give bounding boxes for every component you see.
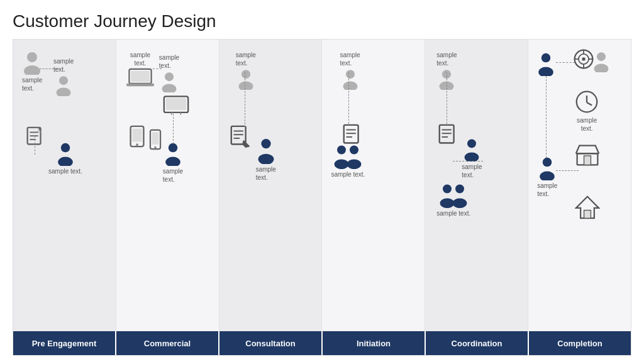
svg-point-3 <box>57 88 71 97</box>
phase-initiation: sampletext. sample text. <box>322 40 425 331</box>
svg-point-61 <box>453 198 467 208</box>
doc-icon-1 <box>25 126 46 153</box>
persons-group-1: sample text. <box>331 144 365 178</box>
dashed-v4 <box>348 72 349 124</box>
target-icon <box>573 48 594 72</box>
store-icon <box>575 144 600 169</box>
svg-point-28 <box>169 143 177 152</box>
doc-pen-icon <box>230 125 252 153</box>
svg-rect-22 <box>152 132 158 145</box>
dashed-h6b <box>556 170 579 171</box>
dashed-h6 <box>556 62 575 63</box>
svg-point-31 <box>238 82 253 90</box>
svg-line-75 <box>587 102 592 106</box>
clock-icon: sampletext. <box>575 90 599 133</box>
person-3: sample text. <box>48 142 82 175</box>
svg-point-0 <box>27 52 37 62</box>
phase-commercial: sampletext. sampletext. <box>116 40 219 331</box>
svg-point-46 <box>337 146 346 155</box>
phone-icon <box>149 129 162 153</box>
svg-point-60 <box>455 185 464 194</box>
phase-pre-engagement: sampletext. sampletext. <box>13 40 116 331</box>
dashed-v5 <box>447 72 447 124</box>
svg-point-2 <box>59 76 68 85</box>
dashed-v2 <box>173 114 174 144</box>
dashed-h1 <box>40 69 60 69</box>
svg-rect-82 <box>584 211 591 219</box>
label-1: sampletext. <box>22 76 42 92</box>
tablet-icon <box>129 125 145 150</box>
svg-rect-25 <box>165 98 186 110</box>
persons-group-2: sample text. <box>436 183 470 217</box>
svg-rect-14 <box>131 71 150 82</box>
svg-point-11 <box>58 157 73 166</box>
svg-point-30 <box>242 70 250 79</box>
doc-icon-3 <box>438 124 460 151</box>
svg-point-10 <box>61 143 70 152</box>
dashed-h2 <box>153 69 162 69</box>
svg-point-79 <box>543 158 552 167</box>
footer-completion: Completion <box>529 331 631 355</box>
svg-point-12 <box>67 162 71 165</box>
person-4: sampletext. <box>159 53 179 92</box>
svg-point-80 <box>540 172 555 180</box>
person-10: sampletext. <box>462 138 482 179</box>
svg-rect-77 <box>584 156 591 165</box>
dashed-v3 <box>245 72 245 128</box>
person-12 <box>592 51 610 72</box>
diagram-area: sampletext. sampletext. <box>13 40 631 331</box>
phase-consultation: sampletext. sampletext. <box>219 40 323 331</box>
page-title: Customer Journey Design <box>13 11 631 31</box>
svg-point-48 <box>350 146 358 155</box>
svg-point-39 <box>258 154 274 164</box>
dashed-v1 <box>35 136 35 155</box>
svg-point-17 <box>162 84 177 93</box>
person-5: sampletext. <box>163 142 183 184</box>
person-11 <box>536 52 556 76</box>
svg-point-62 <box>541 53 550 62</box>
phase-coordination: sampletext. sampletext. <box>425 40 528 331</box>
svg-point-29 <box>165 157 180 166</box>
footer-coordination: Coordination <box>426 331 529 355</box>
house-icon <box>575 195 600 222</box>
person-6: sampletext. <box>236 51 256 90</box>
svg-point-49 <box>347 159 362 169</box>
svg-point-66 <box>582 57 585 60</box>
svg-point-1 <box>24 65 40 75</box>
person-7: sampletext. <box>256 138 276 182</box>
laptop-icon: sampletext. <box>126 51 154 91</box>
svg-rect-19 <box>132 129 142 142</box>
svg-rect-15 <box>126 84 154 86</box>
footer-pre-engagement: Pre Engagement <box>13 331 116 355</box>
page: Customer Journey Design sampletext. samp… <box>0 0 644 362</box>
tv-icon <box>163 95 189 118</box>
svg-point-58 <box>443 185 452 194</box>
footer-consultation: Consultation <box>219 331 323 355</box>
person-13: sampletext. <box>537 156 557 198</box>
person-2: sampletext. <box>53 57 74 96</box>
svg-point-56 <box>467 139 476 148</box>
footer-initiation: Initiation <box>323 331 426 355</box>
svg-point-40 <box>346 70 355 79</box>
footer-commercial: Commercial <box>116 331 219 355</box>
svg-point-57 <box>465 152 479 162</box>
svg-point-38 <box>261 139 270 148</box>
svg-point-20 <box>136 143 138 146</box>
footer-bar: Pre Engagement Commercial Consultation I… <box>13 331 631 355</box>
svg-point-41 <box>343 82 357 90</box>
svg-point-72 <box>594 64 609 73</box>
main-content: sampletext. sampletext. <box>13 39 631 356</box>
phase-completion: sampletext. sampletext. <box>528 40 631 331</box>
dashed-v6 <box>546 76 547 158</box>
person-1: sampletext. <box>22 51 42 92</box>
svg-point-63 <box>538 67 553 76</box>
svg-point-16 <box>165 72 174 81</box>
dashed-h5 <box>453 161 483 162</box>
person-8: sampletext. <box>340 51 360 90</box>
svg-point-23 <box>154 146 157 149</box>
svg-point-71 <box>597 52 606 61</box>
